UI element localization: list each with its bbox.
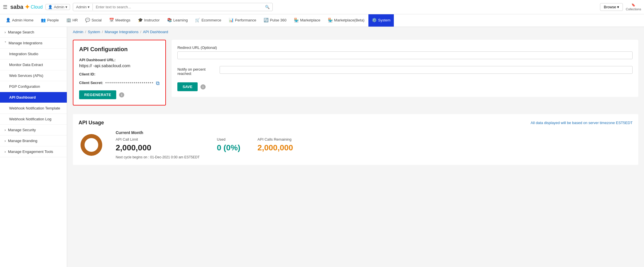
nav-bar: 👤 Admin Home 👥 People 🏢 HR 💬 Social 📅 Me… (0, 14, 644, 27)
breadcrumb-system[interactable]: System (88, 30, 100, 34)
client-secret-value: ************************ (105, 81, 154, 85)
sidebar-item-manage-engagement-tools[interactable]: › Manage Engagement Tools (0, 146, 67, 157)
breadcrumb-admin[interactable]: Admin (73, 30, 83, 34)
save-info-icon[interactable]: i (200, 84, 206, 89)
sidebar-label-manage-branding: Manage Branding (8, 139, 37, 143)
sidebar-label-monitor-data-extract: Monitor Data Extract (9, 63, 43, 67)
api-config-card: API Configuration API Dashboard URL: htt… (73, 40, 166, 105)
sidebar-item-manage-branding[interactable]: › Manage Branding (0, 136, 67, 146)
nav-item-performance[interactable]: 📊 Performance (225, 14, 260, 27)
secret-row: Client Secret: ************************ … (79, 80, 160, 86)
notify-percent-input[interactable]: 1 (220, 66, 633, 74)
api-usage-title: API Usage (79, 120, 104, 126)
sidebar-label-manage-integrations: Manage Integrations (9, 41, 43, 45)
collections-button[interactable]: 🔖 Collections (626, 3, 641, 11)
usage-stats: API Call Limit 2,000,000 Next cycle begi… (116, 137, 293, 159)
nav-label-marketplace: Marketplace (300, 18, 320, 22)
sidebar: › Manage Search ˅ Manage Integrations In… (0, 27, 67, 267)
usage-row: Current Month API Call Limit 2,000,000 N… (79, 130, 633, 159)
sidebar-label-web-services-apis: Web Services (APIs) (9, 73, 43, 78)
breadcrumb-sep-1: / (85, 30, 86, 34)
browse-label: Browse ▾ (604, 5, 619, 9)
logo-cloud: Cloud (31, 5, 43, 10)
search-bar: Admin ▾ 🔍 (73, 3, 273, 11)
search-icon[interactable]: 🔍 (262, 3, 272, 11)
redirect-url-input[interactable] (177, 51, 633, 59)
collections-label: Collections (626, 7, 641, 11)
nav-item-marketplace-beta[interactable]: 🏪 Marketplace(Beta) (324, 14, 368, 27)
chevron-right-engagement-icon: › (5, 150, 6, 154)
nav-icon-social: 💬 (85, 18, 90, 22)
logo-star: ✦ (25, 3, 30, 11)
copy-secret-button[interactable]: ⧉ (156, 80, 160, 86)
sidebar-item-manage-integrations[interactable]: ˅ Manage Integrations (0, 38, 67, 49)
donut-chart (79, 132, 104, 158)
search-input[interactable] (93, 3, 262, 11)
sidebar-item-pgp-configuration[interactable]: PGP Configuration (0, 81, 67, 92)
sidebar-item-manage-search[interactable]: › Manage Search (0, 27, 67, 38)
admin-label: Admin (54, 5, 64, 9)
sidebar-item-webhook-notification-log[interactable]: Webhook Notification Log (0, 114, 67, 125)
nav-label-social: Social (91, 18, 101, 22)
sidebar-item-webhook-notification-template[interactable]: Webhook Notification Template (0, 103, 67, 114)
client-id-label: Client ID: (79, 72, 160, 76)
sidebar-item-integration-studio[interactable]: Integration Studio (0, 49, 67, 59)
sidebar-item-manage-security[interactable]: › Manage Security (0, 125, 67, 136)
used-value: 0 (0%) (217, 143, 240, 152)
admin-person-icon: 👤 (48, 5, 53, 9)
breadcrumb-sep-2: / (102, 30, 103, 34)
nav-item-meetings[interactable]: 📅 Meetings (106, 14, 134, 27)
breadcrumb: Admin / System / Manage Integrations / A… (67, 27, 644, 37)
sidebar-item-api-dashboard[interactable]: API Dashboard (0, 92, 67, 103)
breadcrumb-manage-integrations[interactable]: Manage Integrations (105, 30, 139, 34)
api-usage-header: API Usage All data displayed will be bas… (79, 120, 633, 126)
nav-item-ecommerce[interactable]: 🛒 Ecommerce (192, 14, 224, 27)
main-content: Admin / System / Manage Integrations / A… (67, 27, 644, 267)
nav-label-people: People (47, 18, 59, 22)
nav-item-social[interactable]: 💬 Social (82, 14, 105, 27)
nav-item-system[interactable]: ⚙️ System (368, 14, 394, 27)
search-scope-selector[interactable]: Admin ▾ (73, 4, 93, 10)
hamburger-menu[interactable]: ☰ (3, 4, 7, 10)
nav-label-learning: Learning (173, 18, 188, 22)
used-label: Used (217, 137, 240, 142)
admin-badge[interactable]: 👤 Admin ▾ (45, 4, 70, 10)
api-call-limit-label: API Call Limit (116, 137, 200, 142)
nav-icon-meetings: 📅 (109, 18, 114, 22)
logo-text: saba (10, 4, 23, 10)
chevron-right-icon: › (5, 30, 6, 34)
browse-button[interactable]: Browse ▾ (600, 3, 623, 11)
client-id-row: Client ID: (79, 72, 160, 76)
nav-item-instructor[interactable]: 🎓 Instructor (135, 14, 163, 27)
sidebar-label-manage-search: Manage Search (8, 30, 34, 34)
collections-bookmark-icon: 🔖 (631, 3, 635, 7)
layout: › Manage Search ˅ Manage Integrations In… (0, 27, 644, 267)
remaining-label: API Calls Remaining (258, 137, 293, 142)
nav-icon-ecommerce: 🛒 (195, 18, 200, 22)
nav-item-hr[interactable]: 🏢 HR (63, 14, 81, 27)
save-button[interactable]: SAVE (177, 82, 197, 91)
dashboard-url-value: https:// -api.sabacloud.com (79, 63, 160, 68)
nav-label-instructor: Instructor (144, 18, 160, 22)
search-scope-chevron: ▾ (88, 5, 90, 9)
nav-label-ecommerce: Ecommerce (201, 18, 221, 22)
next-cycle-label: Next cycle begins on : 01-Dec-2021 0:00 … (116, 155, 200, 159)
client-secret-label: Client Secret: (79, 81, 103, 85)
sidebar-item-web-services-apis[interactable]: Web Services (APIs) (0, 70, 67, 81)
regenerate-info-icon[interactable]: i (119, 92, 124, 97)
nav-label-meetings: Meetings (115, 18, 131, 22)
nav-item-admin-home[interactable]: 👤 Admin Home (2, 14, 37, 27)
nav-item-people[interactable]: 👥 People (37, 14, 62, 27)
regenerate-row: REGENERATE i (79, 90, 160, 99)
nav-item-learning[interactable]: 📚 Learning (164, 14, 191, 27)
sidebar-label-webhook-notification-log: Webhook Notification Log (9, 117, 51, 121)
chevron-right-security-icon: › (5, 128, 6, 132)
sidebar-item-monitor-data-extract[interactable]: Monitor Data Extract (0, 59, 67, 70)
right-panel: Redirect URL (Optional) Notify on percen… (172, 40, 638, 97)
nav-item-pulse360[interactable]: 🔄 Pulse 360 (260, 14, 290, 27)
api-call-limit-block: API Call Limit 2,000,000 Next cycle begi… (116, 137, 200, 159)
admin-chevron-icon: ▾ (65, 5, 67, 9)
nav-item-marketplace[interactable]: 🏪 Marketplace (290, 14, 324, 27)
regenerate-button[interactable]: REGENERATE (79, 90, 116, 99)
sidebar-label-manage-security: Manage Security (8, 128, 36, 132)
